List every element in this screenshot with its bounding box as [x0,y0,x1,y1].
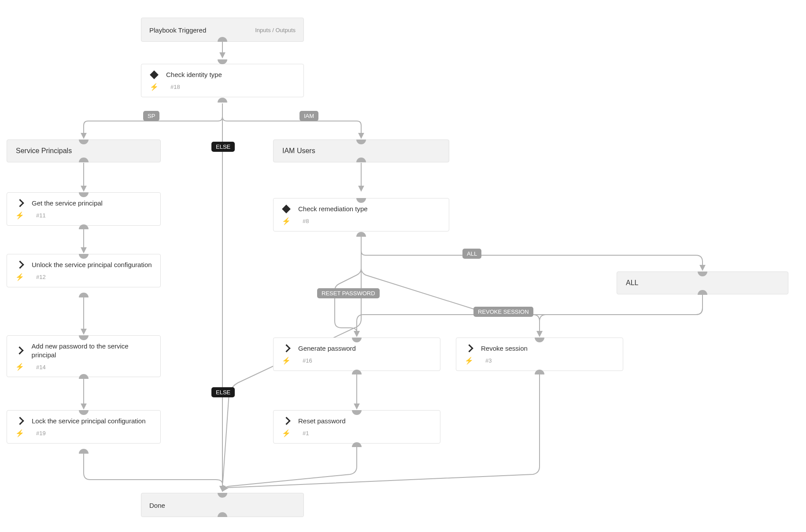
node-lock-service-principal[interactable]: Lock the service principal configuration… [7,410,161,444]
node-generate-password[interactable]: Generate password ⚡ #16 [273,338,440,371]
chevron-icon [465,345,473,352]
node-add-password-service-principal[interactable]: Add new password to the service principa… [7,335,161,377]
node-title: Generate password [298,344,356,353]
step-number: #11 [36,212,46,219]
chevron-icon [16,261,24,269]
step-number: #3 [485,357,492,364]
node-title: Reset password [298,417,346,426]
bolt-icon: ⚡ [282,430,291,437]
node-title: Get the service principal [32,199,103,208]
node-title: Lock the service principal configuration [32,417,145,426]
step-number: #12 [36,274,46,280]
chevron-icon [16,346,24,354]
bolt-icon: ⚡ [15,212,24,219]
bolt-icon: ⚡ [465,357,473,364]
edge-label-else-2: ELSE [211,387,235,397]
bolt-icon: ⚡ [15,363,24,371]
edge-label-all: ALL [462,249,481,259]
bolt-icon: ⚡ [282,357,291,364]
node-title: Check remediation type [298,205,368,213]
step-number: #14 [36,364,46,371]
group-title: Service Principals [16,147,72,154]
step-number: #8 [303,218,309,224]
node-revoke-session[interactable]: Revoke session ⚡ #3 [456,338,623,371]
chevron-icon [282,345,290,352]
node-title: Check identity type [166,70,222,79]
edge-label-reset-password: RESET PASSWORD [317,288,380,298]
diamond-icon [282,205,291,213]
step-number: #18 [170,84,180,90]
node-unlock-service-principal[interactable]: Unlock the service principal configurati… [7,254,161,287]
node-reset-password[interactable]: Reset password ⚡ #1 [273,410,440,444]
inputs-outputs-link[interactable]: Inputs / Outputs [255,27,296,33]
node-check-identity-type[interactable]: Check identity type ⚡ #18 [141,64,304,97]
bolt-icon: ⚡ [150,84,159,91]
chevron-icon [16,199,24,207]
node-title: Done [149,501,165,510]
chevron-icon [282,417,290,425]
bolt-icon: ⚡ [282,218,291,225]
node-title: Add new password to the service principa… [32,342,152,359]
bolt-icon: ⚡ [15,430,24,437]
playbook-flow-canvas[interactable]: Playbook Triggered Inputs / Outputs Chec… [0,0,806,532]
edge-label-else: ELSE [211,142,235,152]
edge-label-revoke-session: REVOKE SESSION [473,307,533,317]
node-title: Unlock the service principal configurati… [32,260,152,269]
bolt-icon: ⚡ [15,274,24,281]
node-title: Revoke session [481,344,528,353]
step-number: #19 [36,430,46,437]
node-title: Playbook Triggered [149,26,206,35]
group-title: IAM Users [282,147,315,154]
edge-label-iam: IAM [299,111,318,121]
node-check-remediation-type[interactable]: Check remediation type ⚡ #8 [273,198,449,231]
diamond-icon [150,70,159,79]
chevron-icon [16,417,24,425]
step-number: #1 [303,430,309,437]
group-title: ALL [626,279,638,286]
node-get-service-principal[interactable]: Get the service principal ⚡ #11 [7,192,161,226]
step-number: #16 [303,357,312,364]
edge-label-sp: SP [143,111,159,121]
